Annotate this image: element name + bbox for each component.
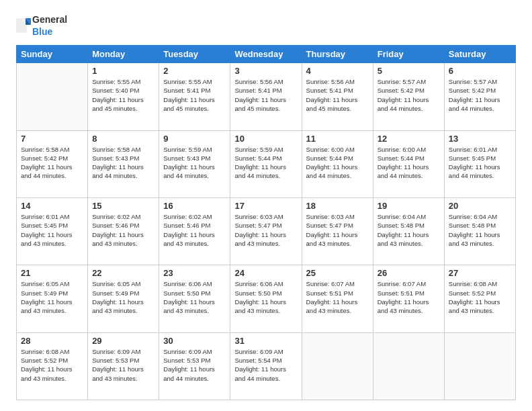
day-number: 20 xyxy=(449,201,511,211)
day-number: 17 xyxy=(234,201,297,211)
day-of-week-header: Tuesday xyxy=(159,46,230,63)
calendar-cell: 8Sunrise: 5:58 AM Sunset: 5:43 PM Daylig… xyxy=(88,130,159,197)
day-number: 12 xyxy=(378,134,440,144)
calendar-cell: 11Sunrise: 6:00 AM Sunset: 5:44 PM Dayli… xyxy=(302,130,373,197)
day-number: 9 xyxy=(163,134,226,144)
day-number: 7 xyxy=(21,134,83,144)
day-info: Sunrise: 6:01 AM Sunset: 5:45 PM Dayligh… xyxy=(449,145,511,181)
calendar-cell: 9Sunrise: 5:59 AM Sunset: 5:43 PM Daylig… xyxy=(159,130,230,197)
day-info: Sunrise: 5:57 AM Sunset: 5:42 PM Dayligh… xyxy=(449,77,511,113)
calendar-cell: 19Sunrise: 6:04 AM Sunset: 5:48 PM Dayli… xyxy=(373,197,444,265)
day-number: 26 xyxy=(378,268,440,278)
day-info: Sunrise: 5:56 AM Sunset: 5:41 PM Dayligh… xyxy=(306,77,369,113)
day-info: Sunrise: 5:57 AM Sunset: 5:42 PM Dayligh… xyxy=(378,77,440,113)
page: General Blue SundayMondayTuesdayWednesda… xyxy=(0,0,532,411)
calendar-week-row: 28Sunrise: 6:08 AM Sunset: 5:52 PM Dayli… xyxy=(17,332,516,400)
header: General Blue xyxy=(16,13,516,37)
day-info: Sunrise: 6:02 AM Sunset: 5:46 PM Dayligh… xyxy=(92,212,154,248)
day-info: Sunrise: 6:00 AM Sunset: 5:44 PM Dayligh… xyxy=(378,145,440,181)
calendar-cell: 29Sunrise: 6:09 AM Sunset: 5:53 PM Dayli… xyxy=(88,332,159,400)
calendar-cell: 4Sunrise: 5:56 AM Sunset: 5:41 PM Daylig… xyxy=(302,63,373,130)
day-info: Sunrise: 5:56 AM Sunset: 5:41 PM Dayligh… xyxy=(234,77,297,113)
day-info: Sunrise: 5:59 AM Sunset: 5:43 PM Dayligh… xyxy=(163,145,226,181)
day-number: 29 xyxy=(92,336,154,346)
day-number: 5 xyxy=(378,66,440,76)
day-number: 13 xyxy=(449,134,511,144)
day-of-week-header: Saturday xyxy=(444,46,515,63)
calendar-table: SundayMondayTuesdayWednesdayThursdayFrid… xyxy=(16,45,516,400)
calendar-cell: 18Sunrise: 6:03 AM Sunset: 5:47 PM Dayli… xyxy=(302,197,373,265)
day-number: 14 xyxy=(21,201,83,211)
day-info: Sunrise: 6:05 AM Sunset: 5:49 PM Dayligh… xyxy=(92,279,154,315)
day-number: 11 xyxy=(306,134,369,144)
day-info: Sunrise: 6:09 AM Sunset: 5:54 PM Dayligh… xyxy=(234,347,297,383)
calendar-cell: 25Sunrise: 6:07 AM Sunset: 5:51 PM Dayli… xyxy=(302,265,373,332)
day-number: 18 xyxy=(306,201,369,211)
calendar-cell: 16Sunrise: 6:02 AM Sunset: 5:46 PM Dayli… xyxy=(159,197,230,265)
day-info: Sunrise: 5:58 AM Sunset: 5:43 PM Dayligh… xyxy=(92,145,154,181)
day-number: 30 xyxy=(163,336,226,346)
day-info: Sunrise: 6:08 AM Sunset: 5:52 PM Dayligh… xyxy=(449,279,511,315)
svg-rect-0 xyxy=(16,18,27,33)
calendar-week-row: 14Sunrise: 6:01 AM Sunset: 5:45 PM Dayli… xyxy=(17,197,516,265)
day-of-week-header: Monday xyxy=(88,46,159,63)
day-info: Sunrise: 6:02 AM Sunset: 5:46 PM Dayligh… xyxy=(163,212,226,248)
calendar-cell: 26Sunrise: 6:07 AM Sunset: 5:51 PM Dayli… xyxy=(373,265,444,332)
day-info: Sunrise: 6:04 AM Sunset: 5:48 PM Dayligh… xyxy=(449,212,511,248)
calendar-cell: 23Sunrise: 6:06 AM Sunset: 5:50 PM Dayli… xyxy=(159,265,230,332)
day-number: 23 xyxy=(163,268,226,278)
day-info: Sunrise: 6:05 AM Sunset: 5:49 PM Dayligh… xyxy=(21,279,83,315)
calendar-cell: 13Sunrise: 6:01 AM Sunset: 5:45 PM Dayli… xyxy=(444,130,515,197)
day-number: 22 xyxy=(92,268,154,278)
day-info: Sunrise: 6:08 AM Sunset: 5:52 PM Dayligh… xyxy=(21,347,83,383)
day-of-week-header: Thursday xyxy=(302,46,373,63)
day-number: 4 xyxy=(306,66,369,76)
calendar-cell xyxy=(302,332,373,400)
day-info: Sunrise: 5:59 AM Sunset: 5:44 PM Dayligh… xyxy=(234,145,297,181)
day-info: Sunrise: 6:01 AM Sunset: 5:45 PM Dayligh… xyxy=(21,212,83,248)
logo-graphic-icon xyxy=(16,18,31,33)
day-info: Sunrise: 6:03 AM Sunset: 5:47 PM Dayligh… xyxy=(306,212,369,248)
day-info: Sunrise: 5:58 AM Sunset: 5:42 PM Dayligh… xyxy=(21,145,83,181)
logo-general: General xyxy=(32,14,67,25)
calendar-cell: 3Sunrise: 5:56 AM Sunset: 5:41 PM Daylig… xyxy=(230,63,302,130)
day-number: 21 xyxy=(21,268,83,278)
calendar-week-row: 21Sunrise: 6:05 AM Sunset: 5:49 PM Dayli… xyxy=(17,265,516,332)
day-number: 25 xyxy=(306,268,369,278)
calendar-cell: 27Sunrise: 6:08 AM Sunset: 5:52 PM Dayli… xyxy=(444,265,515,332)
calendar-cell: 14Sunrise: 6:01 AM Sunset: 5:45 PM Dayli… xyxy=(17,197,88,265)
calendar-cell xyxy=(373,332,444,400)
day-info: Sunrise: 6:07 AM Sunset: 5:51 PM Dayligh… xyxy=(306,279,369,315)
calendar-cell: 5Sunrise: 5:57 AM Sunset: 5:42 PM Daylig… xyxy=(373,63,444,130)
calendar-cell: 30Sunrise: 6:09 AM Sunset: 5:53 PM Dayli… xyxy=(159,332,230,400)
day-number: 16 xyxy=(163,201,226,211)
day-of-week-header: Friday xyxy=(373,46,444,63)
day-number: 2 xyxy=(163,66,226,76)
day-number: 19 xyxy=(378,201,440,211)
calendar-cell: 15Sunrise: 6:02 AM Sunset: 5:46 PM Dayli… xyxy=(88,197,159,265)
day-info: Sunrise: 6:07 AM Sunset: 5:51 PM Dayligh… xyxy=(378,279,440,315)
calendar-cell: 2Sunrise: 5:55 AM Sunset: 5:41 PM Daylig… xyxy=(159,63,230,130)
day-number: 1 xyxy=(92,66,154,76)
day-number: 31 xyxy=(234,336,297,346)
calendar-cell: 24Sunrise: 6:06 AM Sunset: 5:50 PM Dayli… xyxy=(230,265,302,332)
day-of-week-header: Sunday xyxy=(17,46,88,63)
day-number: 3 xyxy=(234,66,297,76)
logo: General Blue xyxy=(16,13,67,37)
calendar-cell: 7Sunrise: 5:58 AM Sunset: 5:42 PM Daylig… xyxy=(17,130,88,197)
day-info: Sunrise: 5:55 AM Sunset: 5:40 PM Dayligh… xyxy=(92,77,154,113)
day-info: Sunrise: 6:06 AM Sunset: 5:50 PM Dayligh… xyxy=(234,279,297,315)
calendar-cell: 12Sunrise: 6:00 AM Sunset: 5:44 PM Dayli… xyxy=(373,130,444,197)
day-number: 24 xyxy=(234,268,297,278)
day-number: 27 xyxy=(449,268,511,278)
calendar-cell: 17Sunrise: 6:03 AM Sunset: 5:47 PM Dayli… xyxy=(230,197,302,265)
calendar-week-row: 7Sunrise: 5:58 AM Sunset: 5:42 PM Daylig… xyxy=(17,130,516,197)
day-info: Sunrise: 6:04 AM Sunset: 5:48 PM Dayligh… xyxy=(378,212,440,248)
day-number: 28 xyxy=(21,336,83,346)
day-info: Sunrise: 6:03 AM Sunset: 5:47 PM Dayligh… xyxy=(234,212,297,248)
calendar-cell: 22Sunrise: 6:05 AM Sunset: 5:49 PM Dayli… xyxy=(88,265,159,332)
day-number: 15 xyxy=(92,201,154,211)
logo-blue: Blue xyxy=(32,26,52,37)
day-info: Sunrise: 6:09 AM Sunset: 5:53 PM Dayligh… xyxy=(163,347,226,383)
day-number: 10 xyxy=(234,134,297,144)
